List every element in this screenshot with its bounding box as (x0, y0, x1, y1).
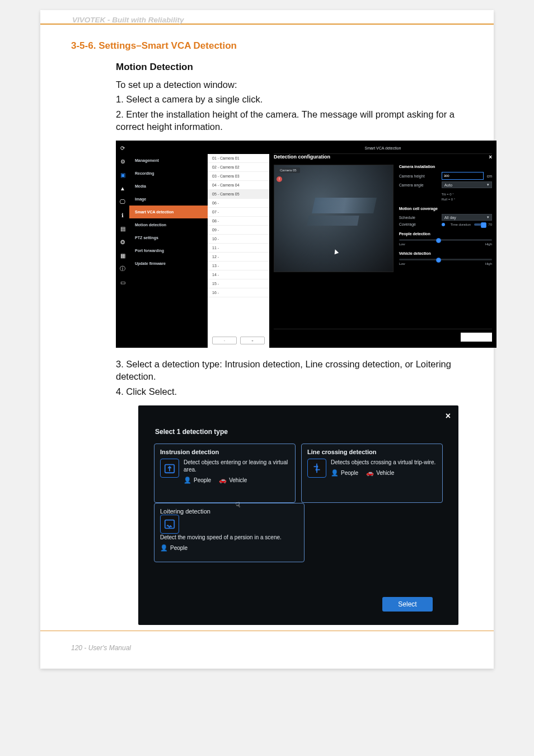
tab-smart-vca-detection[interactable]: Smart VCA detection (274, 144, 492, 154)
label-camera-angle: Camera angle (399, 183, 438, 187)
select-camera-angle[interactable]: Auto ▾ (442, 181, 492, 188)
card-desc: Detect objects entering or leaving a vir… (184, 459, 289, 473)
brand-line: VIVOTEK - Built with Reliability (72, 16, 184, 24)
camera-row[interactable]: 03 - Camera 03 (208, 172, 269, 181)
nav-item-smart-vca[interactable]: Smart VCA detection (129, 206, 208, 218)
readout-tilt: Tilt = 0 ° (442, 193, 454, 196)
camera-row[interactable]: 11 - (208, 244, 269, 253)
group-vehicle-detection: Vehicle detection Low High (399, 251, 492, 265)
dialog-title: Select 1 detection type (155, 428, 228, 436)
section-heading: 3-5-6. Settings–Smart VCA Detection (71, 40, 463, 52)
close-icon[interactable]: × (446, 411, 451, 421)
camera-icon[interactable]: ▣ (119, 171, 127, 179)
label-time-duration: Time duration (451, 223, 471, 226)
left-icon-rail: ⟳ ⚙ ▣ ▲ 🖵 ℹ ▤ ❂ ▦ ⓘ ▭ (116, 141, 129, 348)
preview-camera-chip: Camera 05 (277, 167, 300, 173)
camera-row[interactable]: 04 - Camera 04 (208, 181, 269, 190)
card-line-crossing-detection[interactable]: Line crossing detection Detects objects … (301, 444, 443, 503)
tag-vehicle: Vehicle (229, 477, 247, 483)
select-schedule[interactable]: All day ▾ (442, 214, 492, 221)
camera-row[interactable]: 07 - (208, 208, 269, 217)
nav-item-update-firmware[interactable]: Update firmware (129, 257, 208, 270)
camera-row[interactable]: 14 - (208, 270, 269, 279)
step-item: 1. Select a camera by a single click. (116, 93, 463, 105)
warning-icon[interactable]: ! (277, 176, 282, 182)
camera-row-selected[interactable]: 05 - Camera 05 (208, 190, 269, 199)
slider-people-sensitivity[interactable] (399, 239, 492, 241)
user-icon[interactable]: ℹ (119, 211, 127, 219)
camera-row[interactable]: 09 - (208, 226, 269, 235)
nav-item-port-forwarding[interactable]: Port forwarding (129, 244, 208, 257)
camera-row[interactable]: 13 - (208, 262, 269, 270)
coverage-gauge[interactable] (474, 223, 485, 226)
disk-icon[interactable]: ▲ (119, 184, 127, 192)
group-header: Camera installation (399, 165, 492, 169)
radio-time-duration[interactable] (442, 223, 445, 226)
close-icon[interactable]: × (489, 154, 492, 160)
person-icon: 👤 (184, 477, 191, 484)
coverage-value: 70 (488, 223, 492, 226)
camera-row[interactable]: 02 - Camera 02 (208, 163, 269, 172)
intrusion-icon (160, 459, 179, 478)
camera-row[interactable]: 15 - (208, 279, 269, 288)
camera-row[interactable]: 01 - Camera 01 (208, 154, 269, 163)
camlist-add-button[interactable]: + (240, 337, 265, 344)
preview-decor (307, 216, 359, 226)
power-icon[interactable]: ⟳ (119, 144, 127, 152)
grid-icon[interactable]: ▦ (119, 251, 127, 259)
loitering-icon (160, 515, 179, 534)
label-low: Low (399, 242, 405, 246)
group-people-detection: People detection Low High (399, 232, 492, 246)
camera-preview[interactable]: Camera 05 ! (274, 165, 394, 272)
tag-people: People (194, 477, 211, 483)
storage-icon[interactable]: ▤ (119, 225, 127, 232)
nav-item-image[interactable]: Image (129, 193, 208, 206)
gear-icon[interactable]: ⚙ (119, 157, 127, 165)
camera-row[interactable]: 06 - (208, 199, 269, 208)
camera-row[interactable]: 10 - (208, 235, 269, 244)
card-loitering-detection[interactable]: Loitering detection Detect the moving sp… (154, 503, 305, 562)
nav-item-media[interactable]: Media (129, 180, 208, 193)
tag-vehicle: Vehicle (376, 470, 394, 476)
vehicle-icon: 🚗 (219, 477, 227, 484)
config-form: Camera installation Camera height 300 cm… (399, 165, 492, 272)
select-value: All day (444, 216, 456, 220)
cursor-icon (333, 249, 339, 254)
camera-row[interactable]: 16 - (208, 288, 269, 297)
label-low: Low (399, 262, 405, 265)
label-high: High (485, 242, 492, 246)
step-item: 4. Click Select. (116, 385, 463, 398)
apply-button[interactable] (461, 333, 492, 342)
globe-icon[interactable]: ❂ (119, 238, 127, 246)
readout-roll: Roll = 0 ° (442, 198, 456, 201)
person-icon: 👤 (160, 544, 168, 552)
nav-item-ptz[interactable]: PTZ settings (129, 231, 208, 244)
camera-row[interactable]: 08 - (208, 217, 269, 226)
tag-people: People (341, 470, 358, 476)
preview-decor (312, 198, 377, 213)
camera-row[interactable]: 12 - (208, 253, 269, 262)
label-camera-height: Camera height (399, 174, 438, 178)
camera-list: 01 - Camera 01 02 - Camera 02 03 - Camer… (208, 154, 269, 348)
nav-item-recording[interactable]: Recording (129, 167, 208, 180)
vehicle-icon: 🚗 (366, 469, 374, 477)
input-camera-height[interactable]: 300 (442, 172, 484, 180)
screenshot-select-detection-type: × Select 1 detection type Instrusion det… (138, 405, 458, 625)
nav-item-management[interactable]: Management (129, 154, 208, 167)
slider-vehicle-sensitivity[interactable] (399, 259, 492, 260)
calendar-icon[interactable]: ▭ (119, 278, 127, 286)
select-button[interactable]: Select (382, 597, 433, 612)
nav-item-motion-detection[interactable]: Motion detection (129, 218, 208, 231)
display-icon[interactable]: 🖵 (119, 198, 127, 206)
tag-people: People (170, 545, 188, 551)
step-item: 3. Select a detection type: Intrusion de… (116, 358, 463, 383)
card-intrusion-detection[interactable]: Instrusion detection Detect objects ente… (154, 444, 296, 503)
camlist-remove-button[interactable]: - (212, 337, 237, 344)
unit-cm: cm (487, 174, 492, 178)
steps-list-b: 3. Select a detection type: Intrusion de… (116, 358, 463, 398)
card-desc: Detect the moving speed of a persion in … (160, 534, 298, 541)
page-footer: 120 - User's Manual (71, 644, 463, 652)
settings-nav: Management Recording Media Image Smart V… (129, 154, 208, 348)
info-icon[interactable]: ⓘ (119, 265, 127, 273)
chevron-down-icon: ▾ (487, 215, 489, 220)
